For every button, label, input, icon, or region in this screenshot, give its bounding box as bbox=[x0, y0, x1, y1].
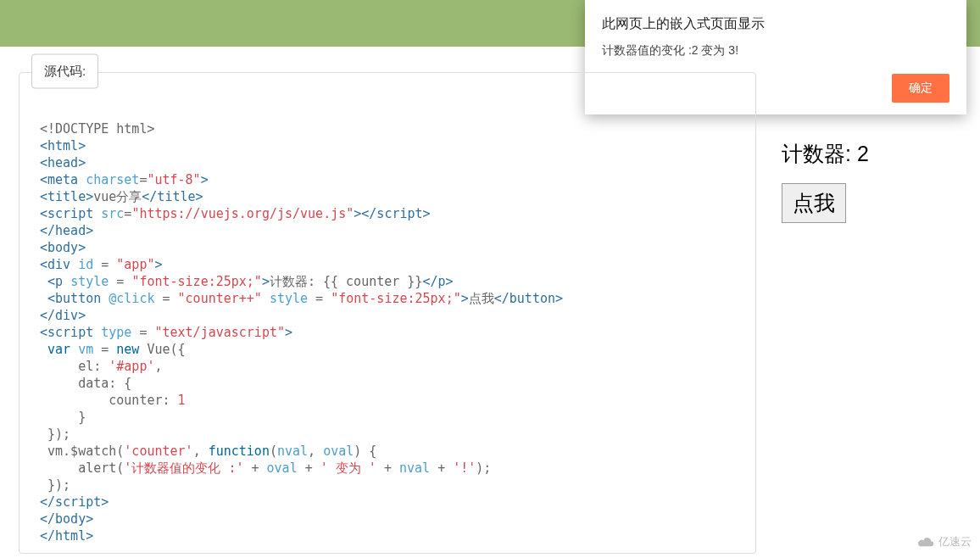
tok: nval bbox=[399, 460, 430, 476]
tok: </p> bbox=[422, 274, 453, 289]
tok: ) { bbox=[354, 444, 376, 459]
tok: > bbox=[285, 325, 292, 340]
tok: alert( bbox=[40, 460, 124, 476]
tok: }); bbox=[40, 477, 70, 493]
tok: </script> bbox=[361, 206, 430, 221]
tok: counter: bbox=[40, 393, 178, 408]
tok: vm bbox=[78, 342, 93, 357]
tok: nval bbox=[277, 444, 308, 459]
tok: <body> bbox=[40, 240, 86, 255]
tok: "utf-8" bbox=[147, 172, 200, 187]
tok: data: { bbox=[40, 376, 131, 391]
tok: 'counter' bbox=[124, 444, 192, 459]
tok: = bbox=[109, 274, 131, 289]
tok: id bbox=[78, 257, 93, 272]
tok: src bbox=[101, 206, 124, 221]
tok: </title> bbox=[142, 189, 203, 204]
tok: <!DOCTYPE html> bbox=[40, 121, 154, 137]
tok: oval bbox=[323, 444, 354, 459]
tok: "counter++" bbox=[178, 291, 262, 306]
increment-button[interactable]: 点我 bbox=[782, 183, 846, 223]
tok: </html> bbox=[40, 528, 93, 544]
tok: charset bbox=[86, 172, 139, 187]
tok: "text/javascript" bbox=[154, 325, 285, 340]
tok: + bbox=[298, 460, 320, 476]
tok: "app" bbox=[116, 257, 154, 272]
tok: var bbox=[40, 342, 70, 357]
tok: <meta bbox=[40, 172, 78, 187]
tok: + bbox=[376, 460, 399, 476]
tok: , bbox=[154, 359, 162, 374]
tok: <div bbox=[40, 257, 70, 272]
tok: style bbox=[270, 291, 308, 306]
tok: <p bbox=[40, 274, 63, 289]
tok: function bbox=[209, 444, 270, 459]
tok: = bbox=[93, 257, 116, 272]
tok: 点我 bbox=[469, 291, 494, 306]
tok: > bbox=[461, 291, 469, 306]
tok: vue分享 bbox=[93, 189, 142, 204]
tok: Vue({ bbox=[139, 342, 185, 357]
tok: <title> bbox=[40, 189, 93, 204]
dialog-ok-button[interactable]: 确定 bbox=[892, 74, 949, 103]
tok: = bbox=[308, 291, 331, 306]
counter-display: 计数器: 2 bbox=[782, 140, 961, 168]
tok: '计数器值的变化 :' bbox=[124, 460, 243, 476]
watermark: 亿速云 bbox=[916, 534, 972, 550]
tok: , bbox=[308, 444, 323, 459]
tok: = bbox=[131, 325, 154, 340]
tok: style bbox=[70, 274, 109, 289]
tok: + bbox=[243, 460, 266, 476]
counter-value: 2 bbox=[857, 142, 869, 165]
tok: , bbox=[193, 444, 209, 459]
tok: > bbox=[354, 206, 361, 221]
tok: <html> bbox=[40, 138, 86, 153]
code-block: <!DOCTYPE html> <html> <head> <meta char… bbox=[19, 73, 755, 553]
tok: '#app' bbox=[109, 359, 154, 374]
tok: </button> bbox=[494, 291, 563, 306]
tok: </script> bbox=[40, 494, 109, 510]
source-tab-label: 源代码: bbox=[31, 54, 98, 89]
tok: <script bbox=[40, 325, 93, 340]
tok: } bbox=[40, 410, 86, 425]
tok: vm.$watch( bbox=[40, 444, 124, 459]
tok: ); bbox=[476, 460, 491, 476]
tok: > bbox=[154, 257, 162, 272]
tok: ( bbox=[270, 444, 277, 459]
tok: type bbox=[101, 325, 131, 340]
tok: 1 bbox=[178, 393, 186, 408]
tok: + bbox=[430, 460, 453, 476]
preview-panel: 计数器: 2 点我 bbox=[782, 72, 961, 554]
source-code-panel: 源代码: <!DOCTYPE html> <html> <head> <meta… bbox=[19, 72, 756, 554]
cloud-icon bbox=[916, 536, 935, 548]
watermark-text: 亿速云 bbox=[938, 534, 972, 550]
tok: > bbox=[262, 274, 270, 289]
counter-label: 计数器: bbox=[782, 142, 857, 165]
tok: 计数器: {{ counter }} bbox=[270, 274, 422, 289]
tok: @click bbox=[109, 291, 154, 306]
dialog-message: 计数器值的变化 :2 变为 3! bbox=[602, 43, 949, 59]
tok: </body> bbox=[40, 511, 93, 527]
tok: ' 变为 ' bbox=[320, 460, 376, 476]
tok: "font-size:25px;" bbox=[131, 274, 262, 289]
tok: "https://vuejs.org/js/vue.js" bbox=[131, 206, 354, 221]
tok: </div> bbox=[40, 308, 86, 323]
tok: = bbox=[154, 291, 177, 306]
tok: }); bbox=[40, 427, 70, 442]
tok: '!' bbox=[453, 460, 476, 476]
tok: > bbox=[201, 172, 209, 187]
tok: </head> bbox=[40, 223, 93, 238]
tok: = bbox=[93, 342, 116, 357]
tok: <head> bbox=[40, 155, 86, 170]
tok: <script bbox=[40, 206, 93, 221]
dialog-title: 此网页上的嵌入式页面显示 bbox=[602, 15, 949, 33]
tok: oval bbox=[267, 460, 298, 476]
tok: new bbox=[116, 342, 139, 357]
tok: el: bbox=[40, 359, 109, 374]
tok: "font-size:25px;" bbox=[331, 291, 461, 306]
tok: <button bbox=[40, 291, 101, 306]
